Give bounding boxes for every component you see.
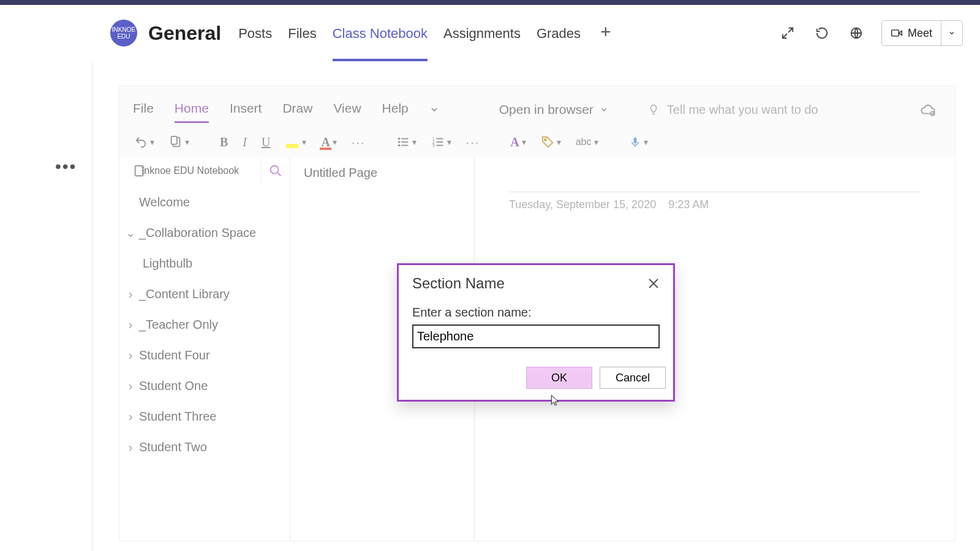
notebook-sections-pane: Inknoe EDU Notebook Welcome ⌄ _Collabora… xyxy=(119,157,290,541)
globe-icon[interactable] xyxy=(847,24,865,42)
page-date: Tuesday, September 15, 2020 xyxy=(509,198,656,211)
meet-dropdown-button[interactable] xyxy=(941,21,962,45)
open-in-browser-button[interactable]: Open in browser xyxy=(499,102,608,117)
section-label: Student Four xyxy=(139,348,210,362)
section-name-input[interactable] xyxy=(412,324,660,348)
ribbon-tab-draw[interactable]: Draw xyxy=(282,97,312,122)
ribbon-tab-home[interactable]: Home xyxy=(175,97,209,122)
lightbulb-icon xyxy=(647,103,660,116)
tags-button[interactable]: ▾ xyxy=(537,133,565,151)
tab-assignments[interactable]: Assignments xyxy=(443,11,521,55)
chevron-right-icon[interactable]: › xyxy=(124,410,137,424)
section-student-three[interactable]: › Student Three xyxy=(119,401,290,432)
section-label: Student One xyxy=(139,379,208,393)
svg-point-17 xyxy=(545,139,546,141)
add-tab-button[interactable]: + xyxy=(597,21,615,42)
section-lightbulb[interactable]: Lightbulb xyxy=(119,248,290,279)
spellcheck-icon: abc xyxy=(576,137,592,148)
ribbon-tab-file[interactable]: File xyxy=(133,97,154,122)
tab-class-notebook[interactable]: Class Notebook xyxy=(333,11,428,55)
channel-tabs: Posts Files Class Notebook Assignments G… xyxy=(238,11,614,55)
ribbon-overflow-icon[interactable] xyxy=(429,105,439,114)
meet-button-label: Meet xyxy=(908,27,932,40)
svg-rect-19 xyxy=(135,166,143,176)
chevron-right-icon[interactable]: › xyxy=(124,440,137,454)
onenote-toolbar: ▾ ▾ B I U ▾ A ▾ ··· ▾ 123 ▾ ··· A xyxy=(119,127,955,158)
svg-rect-6 xyxy=(401,138,408,140)
dialog-cancel-button[interactable]: Cancel xyxy=(600,367,666,389)
section-student-four[interactable]: › Student Four xyxy=(119,340,290,370)
chevron-right-icon[interactable]: › xyxy=(124,287,137,301)
highlight-button[interactable]: ▾ xyxy=(281,133,310,151)
numbered-list-button[interactable]: 123 ▾ xyxy=(428,133,455,151)
channel-title: General xyxy=(148,22,221,45)
undo-button[interactable]: ▾ xyxy=(130,133,158,151)
underline-button[interactable]: U xyxy=(258,133,274,152)
section-label: _Teacher Only xyxy=(139,318,218,332)
section-teacher-only[interactable]: › _Teacher Only xyxy=(119,309,290,340)
chevron-right-icon[interactable]: › xyxy=(124,348,137,362)
section-label: Student Three xyxy=(139,410,216,424)
tell-me-search[interactable]: Tell me what you want to do xyxy=(647,103,818,117)
chevron-down-icon: ▾ xyxy=(522,137,526,147)
svg-rect-12 xyxy=(436,138,443,140)
chevron-down-icon: ▾ xyxy=(644,137,648,147)
chevron-down-icon[interactable]: ⌄ xyxy=(124,225,137,240)
bullet-list-button[interactable]: ▾ xyxy=(393,133,420,151)
svg-rect-1 xyxy=(892,30,899,36)
bold-button[interactable]: B xyxy=(216,133,232,152)
svg-rect-14 xyxy=(436,141,443,143)
font-more-button[interactable]: ··· xyxy=(348,133,369,152)
close-icon xyxy=(646,276,661,291)
section-student-two[interactable]: › Student Two xyxy=(119,432,290,462)
refresh-icon[interactable] xyxy=(813,24,831,42)
svg-point-5 xyxy=(398,138,400,140)
sync-status-icon[interactable] xyxy=(921,102,937,118)
search-icon xyxy=(269,164,282,178)
section-collaboration-space[interactable]: ⌄ _Collaboration Space xyxy=(119,217,290,248)
dialog-ok-button[interactable]: OK xyxy=(526,367,592,389)
tag-icon xyxy=(541,135,554,149)
styles-button[interactable]: A ▾ xyxy=(507,133,529,152)
section-student-one[interactable]: › Student One xyxy=(119,370,290,401)
spellcheck-button[interactable]: abc ▾ xyxy=(572,134,602,150)
svg-point-9 xyxy=(398,144,400,147)
svg-point-7 xyxy=(398,141,400,143)
paragraph-more-button[interactable]: ··· xyxy=(462,133,484,152)
dialog-close-button[interactable] xyxy=(646,276,661,291)
ribbon-tab-help[interactable]: Help xyxy=(382,97,409,122)
chevron-right-icon[interactable]: › xyxy=(124,318,137,332)
styles-icon: A xyxy=(510,135,519,149)
notebook-header: Inknoe EDU Notebook xyxy=(119,157,290,184)
section-label: _Content Library xyxy=(139,287,230,301)
clipboard-button[interactable]: ▾ xyxy=(165,133,193,151)
notebook-title[interactable]: Inknoe EDU Notebook xyxy=(141,165,239,176)
svg-point-23 xyxy=(271,166,279,174)
tab-files[interactable]: Files xyxy=(288,11,316,55)
notebook-search-button[interactable] xyxy=(261,157,290,184)
dialog-title: Section Name xyxy=(412,275,505,292)
team-avatar[interactable]: INKNOE EDU xyxy=(110,20,137,47)
chevron-right-icon[interactable]: › xyxy=(124,379,137,393)
tab-grades[interactable]: Grades xyxy=(537,11,581,55)
font-color-button[interactable]: A ▾ xyxy=(317,133,340,152)
ribbon-tab-insert[interactable]: Insert xyxy=(230,97,262,122)
section-content-library[interactable]: › _Content Library xyxy=(119,279,290,309)
page-title-rule xyxy=(509,192,921,192)
section-welcome[interactable]: Welcome xyxy=(119,187,290,217)
left-rail-more-icon[interactable]: ••• xyxy=(55,157,77,176)
tell-me-placeholder: Tell me what you want to do xyxy=(667,103,818,117)
section-label: Lightbulb xyxy=(143,257,192,271)
dictate-button[interactable]: ▾ xyxy=(625,133,652,151)
page-untitled[interactable]: Untitled Page xyxy=(290,157,474,188)
meet-button-main[interactable]: Meet xyxy=(882,21,941,45)
onenote-ribbon-tabs: File Home Insert Draw View Help Open in … xyxy=(119,86,955,127)
meet-button[interactable]: Meet xyxy=(881,20,963,46)
italic-button[interactable]: I xyxy=(239,133,251,152)
chevron-down-icon: ▾ xyxy=(557,137,561,147)
notebook-icon[interactable] xyxy=(133,164,146,178)
ribbon-tab-view[interactable]: View xyxy=(333,97,361,122)
chevron-down-icon xyxy=(600,105,608,114)
expand-icon[interactable] xyxy=(778,24,797,42)
tab-posts[interactable]: Posts xyxy=(238,11,272,55)
